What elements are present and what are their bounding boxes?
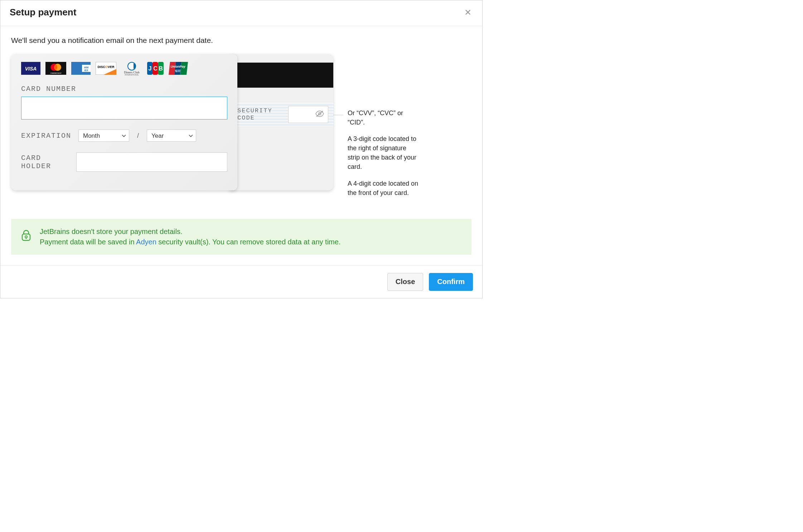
privacy-notice: JetBrains doesn't store your payment det… [11,219,471,255]
expiration-separator: / [137,132,139,140]
svg-text:银联: 银联 [175,69,181,73]
unionpay-icon: UnionPay银联 [169,62,188,75]
card-holder-input[interactable] [76,152,227,172]
mastercard-icon: mastercard [45,62,66,75]
svg-text:DISCOVER: DISCOVER [97,65,115,69]
visa-icon: VISA [21,62,40,75]
jcb-icon: JCB [147,62,164,75]
svg-text:EX: EX [84,69,88,72]
svg-point-26 [25,236,27,238]
card-back: SECURITY CODE [229,54,333,190]
expiration-year-select[interactable]: Year [147,130,196,142]
svg-text:C: C [153,65,158,72]
svg-text:mastercard: mastercard [50,72,61,74]
svg-text:B: B [159,65,163,72]
magnetic-stripe [229,63,333,88]
security-code-help: Or “CVV”, “CVC” or “CID”. A 3-digit code… [348,108,419,205]
expiration-label: EXPIRATION [21,132,71,140]
expiration-month-select[interactable]: Month [78,130,129,142]
security-code-input[interactable] [288,106,328,123]
signature-area: SECURITY CODE [229,103,333,126]
payment-modal: Setup payment ✕ We'll send you a notific… [0,0,483,298]
lock-icon [21,230,31,243]
modal-footer: Close Confirm [0,265,482,298]
svg-text:INTERNATIONAL: INTERNATIONAL [125,74,139,75]
close-button[interactable]: Close [387,273,423,291]
help-line-2: A 3-digit code located to the right of s… [348,134,419,171]
svg-text:UnionPay: UnionPay [170,65,186,68]
amex-icon: AMEX [71,62,91,75]
card-number-input[interactable] [21,97,227,119]
privacy-notice-text: JetBrains doesn't store your payment det… [40,228,340,246]
diners-club-icon: Diners ClubINTERNATIONAL [121,62,142,75]
modal-title: Setup payment [10,7,76,18]
notice-line-2: Payment data will be saved in Adyen secu… [40,238,340,246]
adyen-link[interactable]: Adyen [136,238,156,246]
svg-text:VISA: VISA [25,66,37,72]
confirm-button[interactable]: Confirm [429,273,473,291]
card-number-label: CARD NUMBER [21,85,227,93]
svg-rect-25 [22,234,30,240]
card-front: VISA mastercard AMEX DISCOVER [11,54,237,190]
help-line-1: Or “CVV”, “CVC” or “CID”. [348,108,419,127]
card-brand-logos: VISA mastercard AMEX DISCOVER [21,62,227,75]
svg-text:J: J [149,65,152,72]
connector-line [332,115,343,115]
notice-line-1: JetBrains doesn't store your payment det… [40,228,340,236]
card-holder-label: CARD HOLDER [21,154,68,170]
discover-icon: DISCOVER [96,62,116,75]
security-code-label: SECURITY CODE [237,107,272,122]
intro-text: We'll send you a notification email on t… [11,36,471,45]
modal-header: Setup payment ✕ [0,0,482,26]
modal-body: We'll send you a notification email on t… [0,26,482,265]
close-icon[interactable]: ✕ [463,8,473,17]
help-line-3: A 4-digit code located on the front of y… [348,179,419,197]
cards-row: VISA mastercard AMEX DISCOVER [11,54,471,205]
eye-off-icon [315,110,324,119]
